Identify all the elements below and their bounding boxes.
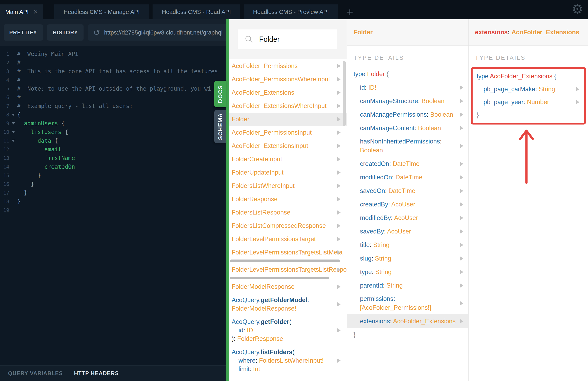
docs-list-item[interactable]: FolderLevelPermissionsTarget <box>229 233 347 246</box>
docs-list-item[interactable]: AcoFolder_ExtensionsWhereInput <box>229 99 347 113</box>
type-field-id[interactable]: id: ID! <box>347 81 468 94</box>
api-tab-1[interactable]: Headless CMS - Manage API <box>54 4 149 19</box>
docs-list-query-item[interactable]: AcoQuery.getFolder(id: ID!): FolderRespo… <box>229 315 347 345</box>
line-number: 16 <box>0 181 9 187</box>
docs-list-item[interactable]: FoldersListWhereInput <box>229 179 347 192</box>
replay-icon[interactable]: ↺ <box>93 28 100 37</box>
line-number: 1 <box>0 51 9 57</box>
docs-type-list: AcoFolder_PermissionsAcoFolder_Permissio… <box>229 59 347 376</box>
chevron-right-icon <box>337 157 341 161</box>
api-tab-3[interactable]: Headless CMS - Preview API <box>244 4 338 19</box>
docs-list-item[interactable]: FolderResponse <box>229 192 347 206</box>
line-number: 17 <box>0 190 9 196</box>
fold-arrow-icon[interactable] <box>12 140 15 142</box>
chevron-right-icon <box>337 64 341 68</box>
editor-pane: PRETTIFY HISTORY ↺ https://d2785gi4qi6pw… <box>0 19 226 381</box>
chevron-right-icon <box>337 104 341 108</box>
type-field-pb_page_year[interactable]: pb_page_year: Number <box>473 96 584 108</box>
docs-list-item[interactable]: FolderLevelPermissionsTargetsListRespons… <box>229 263 347 276</box>
docs-list-item[interactable]: AcoFolder_Extensions <box>229 86 347 99</box>
chevron-right-icon <box>337 359 341 363</box>
docs-side-tab[interactable]: DOCS <box>214 81 226 107</box>
type-field-slug[interactable]: slug: String <box>347 252 468 265</box>
new-tab-button[interactable]: + <box>342 4 357 19</box>
line-number: 19 <box>0 207 9 213</box>
docs-list-query-item[interactable]: AcoQuery.listFolders(where: FoldersListW… <box>229 345 347 376</box>
chevron-right-icon <box>460 85 463 90</box>
chevron-right-icon <box>460 230 463 233</box>
type-field-hasNonInheritedPermissions[interactable]: hasNonInheritedPermissions:Boolean <box>347 135 468 157</box>
docs-list-item[interactable]: Folder <box>229 113 347 126</box>
extensions-type-panel: extensions: AcoFolder_Extensions TYPE DE… <box>468 19 588 381</box>
settings-gear-icon[interactable]: ⚙ <box>572 2 583 17</box>
docs-list-item[interactable]: AcoFolder_Permissions <box>229 59 347 73</box>
chevron-right-icon <box>460 270 463 274</box>
type-field-modifiedBy[interactable]: modifiedBy: AcoUser <box>347 211 468 225</box>
tab-label: Main API <box>5 9 29 15</box>
fold-arrow-icon[interactable] <box>12 114 15 116</box>
search-icon <box>245 35 253 44</box>
tab-label: Headless CMS - Manage API <box>63 9 140 15</box>
schema-side-tab[interactable]: SCHEMA <box>214 110 226 143</box>
type-field-extensions[interactable]: extensions: AcoFolder_Extensions <box>347 314 468 328</box>
line-number: 3 <box>0 68 9 74</box>
horizontal-scrollbar[interactable] <box>230 277 329 279</box>
api-tab-0[interactable]: Main API× <box>0 4 43 19</box>
type-field-pb_page_carMake[interactable]: pb_page_carMake: String <box>473 83 584 96</box>
query-editor[interactable]: 1# Webiny Main API2#3# This is the core … <box>0 46 226 365</box>
closing-brace: } <box>347 328 468 341</box>
docs-list-query-item[interactable]: AcoQuery.getFolderModel:FolderModelRespo… <box>229 294 347 315</box>
editor-bottom-bar: QUERY VARIABLES HTTP HEADERS <box>0 365 226 381</box>
tab-bar: Main API×Headless CMS - Manage APIHeadle… <box>0 0 588 19</box>
type-field-savedOn[interactable]: savedOn: DateTime <box>347 184 468 198</box>
chevron-right-icon <box>337 268 341 272</box>
query-variables-tab[interactable]: QUERY VARIABLES <box>8 370 63 377</box>
chevron-right-icon <box>337 184 341 188</box>
chevron-right-icon <box>337 77 341 81</box>
line-number: 8 <box>0 112 9 118</box>
chevron-right-icon <box>337 251 341 254</box>
docs-list-item[interactable]: FolderUpdateInput <box>229 166 347 179</box>
docs-list-item[interactable]: AcoFolder_PermissionsInput <box>229 126 347 139</box>
close-tab-icon[interactable]: × <box>34 8 38 16</box>
type-field-createdOn[interactable]: createdOn: DateTime <box>347 157 468 170</box>
docs-list-item[interactable]: FoldersListCompressedResponse <box>229 219 347 233</box>
type-field-canManagePermissions[interactable]: canManagePermissions: Boolean <box>347 108 468 121</box>
docs-list-item[interactable]: AcoFolder_PermissionsWhereInput <box>229 73 347 86</box>
prettify-button[interactable]: PRETTIFY <box>4 24 43 41</box>
docs-list-item[interactable]: FoldersListResponse <box>229 206 347 219</box>
docs-list-item[interactable]: FolderCreateInput <box>229 152 347 166</box>
api-tab-2[interactable]: Headless CMS - Read API <box>152 4 240 19</box>
type-field-modifiedOn[interactable]: modifiedOn: DateTime <box>347 170 468 184</box>
docs-panel-divider[interactable] <box>226 19 229 381</box>
editor-line: 11 data { <box>0 136 226 145</box>
docs-list-item[interactable]: AcoFolder_ExtensionsInput <box>229 139 347 152</box>
fold-arrow-icon[interactable] <box>12 122 15 125</box>
history-button[interactable]: HISTORY <box>47 24 84 41</box>
docs-list-item[interactable]: FolderModelResponse <box>229 280 347 294</box>
vertical-scrollbar[interactable] <box>343 61 346 126</box>
docs-list-item[interactable]: FolderLevelPermissionsTargetsListMeta <box>229 246 347 259</box>
editor-line: 14 createdOn <box>0 162 226 171</box>
editor-line: 19 <box>0 206 226 214</box>
type-field-parentId[interactable]: parentId: String <box>347 279 468 292</box>
type-field-canManageContent[interactable]: canManageContent: Boolean <box>347 121 468 135</box>
fold-arrow-icon[interactable] <box>12 131 15 133</box>
type-field-permissions[interactable]: permissions:[AcoFolder_Permissions!] <box>347 292 468 314</box>
type-field-createdBy[interactable]: createdBy: AcoUser <box>347 198 468 211</box>
chevron-right-icon <box>460 113 463 117</box>
endpoint-url-input[interactable]: ↺ https://d2785gi4qi6pw8.cloudfront.net/… <box>88 24 226 41</box>
chevron-right-icon <box>337 197 341 201</box>
horizontal-scrollbar[interactable] <box>230 259 340 262</box>
folder-type-definition: type Folder { id: ID!canManageStructure:… <box>347 67 468 341</box>
type-field-type[interactable]: type: String <box>347 265 468 279</box>
type-field-savedBy[interactable]: savedBy: AcoUser <box>347 225 468 238</box>
type-field-title[interactable]: title: String <box>347 238 468 252</box>
search-input[interactable]: Folder <box>238 29 337 49</box>
type-field-canManageStructure[interactable]: canManageStructure: Boolean <box>347 94 468 108</box>
line-number: 10 <box>0 129 9 135</box>
http-headers-tab[interactable]: HTTP HEADERS <box>74 370 119 377</box>
endpoint-url-text: https://d2785gi4qi6pw8.cloudfront.net/gr… <box>104 29 223 36</box>
line-number: 5 <box>0 86 9 92</box>
editor-line: 15 } <box>0 171 226 180</box>
